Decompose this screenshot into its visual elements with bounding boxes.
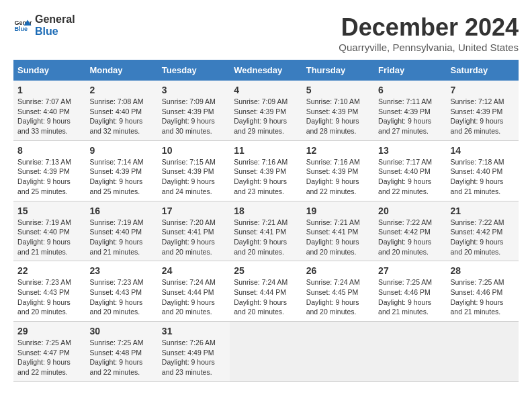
location-subtitle: Quarryville, Pennsylvania, United States (339, 42, 519, 53)
day-number: 18 (234, 205, 298, 216)
calendar-cell: 5 Sunrise: 7:10 AMSunset: 4:39 PMDayligh… (302, 81, 374, 140)
day-number: 11 (234, 145, 298, 156)
calendar-cell: 13 Sunrise: 7:17 AMSunset: 4:40 PMDaylig… (374, 140, 446, 201)
calendar-cell: 25 Sunrise: 7:24 AMSunset: 4:44 PMDaylig… (230, 261, 302, 322)
day-number: 31 (162, 326, 226, 336)
day-number: 27 (378, 265, 442, 276)
week-row-4: 22 Sunrise: 7:23 AMSunset: 4:43 PMDaylig… (13, 261, 519, 322)
day-number: 2 (89, 85, 153, 95)
day-number: 15 (17, 205, 81, 216)
day-info: Sunrise: 7:15 AMSunset: 4:39 PMDaylight:… (162, 158, 216, 195)
svg-text:Blue: Blue (14, 26, 28, 32)
header-wednesday: Wednesday (230, 60, 302, 81)
calendar-cell: 30 Sunrise: 7:25 AMSunset: 4:48 PMDaylig… (85, 322, 157, 382)
logo-text-general: General (35, 13, 75, 26)
day-number: 8 (17, 145, 81, 156)
day-info: Sunrise: 7:26 AMSunset: 4:49 PMDaylight:… (162, 338, 216, 376)
week-row-2: 8 Sunrise: 7:13 AMSunset: 4:39 PMDayligh… (13, 140, 519, 201)
day-number: 7 (451, 85, 515, 95)
day-info: Sunrise: 7:09 AMSunset: 4:39 PMDaylight:… (234, 97, 287, 135)
calendar-cell: 28 Sunrise: 7:25 AMSunset: 4:46 PMDaylig… (447, 261, 519, 322)
calendar-cell (447, 322, 519, 382)
calendar-cell: 9 Sunrise: 7:14 AMSunset: 4:39 PMDayligh… (85, 140, 157, 201)
day-info: Sunrise: 7:21 AMSunset: 4:41 PMDaylight:… (306, 218, 360, 256)
calendar-cell: 11 Sunrise: 7:16 AMSunset: 4:39 PMDaylig… (230, 140, 302, 201)
calendar-cell: 23 Sunrise: 7:23 AMSunset: 4:43 PMDaylig… (85, 261, 157, 322)
day-number: 5 (306, 85, 370, 95)
calendar-cell: 4 Sunrise: 7:09 AMSunset: 4:39 PMDayligh… (230, 81, 302, 140)
calendar-cell: 14 Sunrise: 7:18 AMSunset: 4:40 PMDaylig… (447, 140, 519, 201)
day-info: Sunrise: 7:12 AMSunset: 4:39 PMDaylight:… (451, 97, 504, 135)
day-info: Sunrise: 7:09 AMSunset: 4:39 PMDaylight:… (162, 97, 216, 135)
day-info: Sunrise: 7:22 AMSunset: 4:42 PMDaylight:… (451, 218, 504, 256)
day-number: 16 (89, 205, 153, 216)
day-number: 12 (306, 145, 370, 156)
calendar-cell: 15 Sunrise: 7:19 AMSunset: 4:40 PMDaylig… (13, 201, 85, 261)
day-number: 19 (306, 205, 370, 216)
header-friday: Friday (374, 60, 446, 81)
calendar-cell: 27 Sunrise: 7:25 AMSunset: 4:46 PMDaylig… (374, 261, 446, 322)
calendar-cell: 21 Sunrise: 7:22 AMSunset: 4:42 PMDaylig… (447, 201, 519, 261)
calendar-cell: 26 Sunrise: 7:24 AMSunset: 4:45 PMDaylig… (302, 261, 374, 322)
day-info: Sunrise: 7:08 AMSunset: 4:40 PMDaylight:… (89, 97, 143, 135)
day-number: 10 (162, 145, 226, 156)
day-info: Sunrise: 7:25 AMSunset: 4:46 PMDaylight:… (451, 278, 504, 316)
day-number: 14 (451, 145, 515, 156)
header-thursday: Thursday (302, 60, 374, 81)
calendar-cell: 19 Sunrise: 7:21 AMSunset: 4:41 PMDaylig… (302, 201, 374, 261)
day-number: 26 (306, 265, 370, 276)
calendar-cell: 17 Sunrise: 7:20 AMSunset: 4:41 PMDaylig… (158, 201, 230, 261)
day-info: Sunrise: 7:24 AMSunset: 4:44 PMDaylight:… (234, 278, 287, 316)
day-number: 3 (162, 85, 226, 95)
month-title: December 2024 (339, 13, 519, 42)
calendar-cell: 12 Sunrise: 7:16 AMSunset: 4:39 PMDaylig… (302, 140, 374, 201)
day-info: Sunrise: 7:14 AMSunset: 4:39 PMDaylight:… (89, 158, 143, 195)
day-info: Sunrise: 7:16 AMSunset: 4:39 PMDaylight:… (306, 158, 360, 195)
calendar-cell (302, 322, 374, 382)
day-info: Sunrise: 7:20 AMSunset: 4:41 PMDaylight:… (162, 218, 216, 256)
day-number: 17 (162, 205, 226, 216)
calendar-table: SundayMondayTuesdayWednesdayThursdayFrid… (13, 60, 519, 382)
header-saturday: Saturday (447, 60, 519, 81)
calendar-cell (230, 322, 302, 382)
day-number: 30 (89, 326, 153, 336)
logo-text-blue: Blue (35, 26, 75, 38)
day-number: 29 (17, 326, 81, 336)
day-info: Sunrise: 7:25 AMSunset: 4:48 PMDaylight:… (89, 338, 143, 376)
day-number: 25 (234, 265, 298, 276)
day-info: Sunrise: 7:21 AMSunset: 4:41 PMDaylight:… (234, 218, 287, 256)
calendar-cell: 6 Sunrise: 7:11 AMSunset: 4:39 PMDayligh… (374, 81, 446, 140)
header-sunday: Sunday (13, 60, 85, 81)
header-monday: Monday (85, 60, 157, 81)
calendar-body: 1 Sunrise: 7:07 AMSunset: 4:40 PMDayligh… (13, 81, 519, 381)
day-info: Sunrise: 7:25 AMSunset: 4:46 PMDaylight:… (378, 278, 432, 316)
day-number: 28 (451, 265, 515, 276)
title-block: December 2024 Quarryville, Pennsylvania,… (339, 13, 519, 53)
day-number: 20 (378, 205, 442, 216)
calendar-cell (374, 322, 446, 382)
day-info: Sunrise: 7:16 AMSunset: 4:39 PMDaylight:… (234, 158, 287, 195)
day-info: Sunrise: 7:10 AMSunset: 4:39 PMDaylight:… (306, 97, 360, 135)
calendar-header: SundayMondayTuesdayWednesdayThursdayFrid… (13, 60, 519, 81)
day-number: 1 (17, 85, 81, 95)
day-info: Sunrise: 7:18 AMSunset: 4:40 PMDaylight:… (451, 158, 504, 195)
day-info: Sunrise: 7:24 AMSunset: 4:44 PMDaylight:… (162, 278, 216, 316)
day-info: Sunrise: 7:25 AMSunset: 4:47 PMDaylight:… (17, 338, 71, 376)
logo: General Blue General Blue (13, 13, 75, 37)
calendar-cell: 7 Sunrise: 7:12 AMSunset: 4:39 PMDayligh… (447, 81, 519, 140)
day-info: Sunrise: 7:22 AMSunset: 4:42 PMDaylight:… (378, 218, 432, 256)
logo-icon: General Blue (13, 16, 32, 35)
week-row-1: 1 Sunrise: 7:07 AMSunset: 4:40 PMDayligh… (13, 81, 519, 140)
calendar-cell: 24 Sunrise: 7:24 AMSunset: 4:44 PMDaylig… (158, 261, 230, 322)
calendar-cell: 1 Sunrise: 7:07 AMSunset: 4:40 PMDayligh… (13, 81, 85, 140)
calendar-cell: 16 Sunrise: 7:19 AMSunset: 4:40 PMDaylig… (85, 201, 157, 261)
day-info: Sunrise: 7:23 AMSunset: 4:43 PMDaylight:… (17, 278, 71, 316)
day-number: 22 (17, 265, 81, 276)
day-info: Sunrise: 7:17 AMSunset: 4:40 PMDaylight:… (378, 158, 432, 195)
day-info: Sunrise: 7:24 AMSunset: 4:45 PMDaylight:… (306, 278, 360, 316)
day-info: Sunrise: 7:11 AMSunset: 4:39 PMDaylight:… (378, 97, 432, 135)
calendar-cell: 29 Sunrise: 7:25 AMSunset: 4:47 PMDaylig… (13, 322, 85, 382)
calendar-cell: 8 Sunrise: 7:13 AMSunset: 4:39 PMDayligh… (13, 140, 85, 201)
header-tuesday: Tuesday (158, 60, 230, 81)
calendar-cell: 10 Sunrise: 7:15 AMSunset: 4:39 PMDaylig… (158, 140, 230, 201)
